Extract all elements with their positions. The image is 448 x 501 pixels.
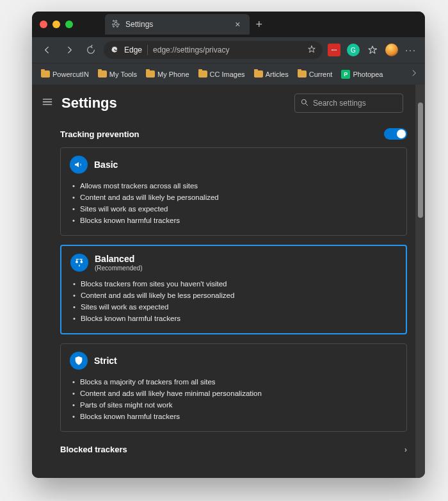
bullet: Sites will work as expected (73, 301, 397, 313)
folder-icon (146, 70, 155, 78)
balance-icon (70, 254, 88, 272)
folder-icon (41, 70, 50, 78)
bookmark-label: PowercutIN (52, 70, 89, 78)
bookmark-folder[interactable]: My Phone (143, 69, 192, 79)
folder-icon (254, 70, 263, 78)
tracking-prevention-toggle[interactable] (384, 128, 407, 140)
browser-tab-settings[interactable]: Settings × (105, 14, 250, 35)
card-subtitle: (Recommended) (95, 265, 142, 272)
bookmarks-overflow-button[interactable] (410, 69, 419, 80)
card-bullets: Blocks a majority of trackers from all s… (70, 376, 397, 422)
address-bar[interactable]: Edge edge://settings/privacy (104, 41, 323, 59)
address-url: edge://settings/privacy (153, 45, 229, 54)
svg-point-1 (301, 99, 306, 104)
scrollbar[interactable] (415, 85, 425, 478)
traffic-lights (40, 21, 73, 28)
bookmark-folder[interactable]: Current (295, 69, 335, 79)
extension-grammarly-icon[interactable]: G (346, 42, 361, 58)
bullhorn-icon (70, 156, 88, 174)
section-header-row: Tracking prevention (60, 122, 407, 147)
menu-icon[interactable] (41, 95, 54, 111)
card-bullets: Blocks trackers from sites you haven't v… (70, 278, 397, 324)
bullet: Blocks known harmful trackers (73, 313, 397, 324)
bookmark-label: CC Images (210, 70, 245, 78)
section-title: Tracking prevention (60, 129, 140, 139)
blocked-trackers-row[interactable]: Blocked trackers › (60, 441, 407, 454)
bullet: Content and ads will likely have minimal… (72, 388, 397, 399)
settings-body: Tracking prevention Basic (32, 122, 415, 478)
bullet: Sites will work as expected (72, 203, 397, 215)
bullet: Blocks trackers from sites you haven't v… (73, 278, 397, 290)
bullet: Allows most trackers across all sites (72, 180, 397, 192)
bookmark-folder[interactable]: CC Images (196, 69, 248, 79)
star-icon[interactable] (307, 45, 316, 56)
search-placeholder: Search settings (313, 99, 366, 108)
refresh-button[interactable] (82, 41, 100, 59)
page-content: Settings Search settings Tracking preven… (32, 85, 425, 478)
folder-icon (98, 70, 107, 78)
card-title: Strict (94, 356, 117, 366)
bookmark-label: My Phone (157, 70, 189, 78)
folder-icon (198, 70, 207, 78)
separator (147, 45, 148, 55)
profile-avatar-icon[interactable] (384, 42, 399, 58)
row-label: Blocked trackers (60, 445, 127, 454)
bookmark-label: My Tools (109, 70, 137, 78)
bookmark-label: Photopea (353, 70, 383, 78)
bookmark-folder[interactable]: Articles (252, 69, 291, 79)
chevron-right-icon: › (404, 445, 407, 454)
bookmark-site[interactable]: PPhotopea (339, 69, 385, 80)
settings-page: Settings Search settings Tracking preven… (32, 85, 415, 478)
address-prefix: Edge (124, 45, 142, 54)
gear-icon (111, 19, 120, 30)
bookmarks-bar: PowercutIN My Tools My Phone CC Images A… (32, 63, 425, 85)
minimize-window-button[interactable] (52, 21, 60, 28)
bullet: Blocks a majority of trackers from all s… (72, 376, 397, 388)
tab-title: Settings (125, 20, 153, 29)
bookmark-folder[interactable]: PowercutIN (38, 69, 92, 79)
tracking-card-balanced[interactable]: Balanced (Recommended) Blocks trackers f… (60, 245, 407, 334)
folder-icon (298, 70, 307, 78)
card-bullets: Allows most trackers across all sites Co… (70, 180, 397, 226)
toolbar: Edge edge://settings/privacy ··· G ··· (32, 37, 425, 63)
bullet: Content and ads will likely be less pers… (73, 290, 397, 301)
new-tab-button[interactable]: + (256, 19, 263, 30)
browser-window: Settings × + Edge edge://settings/privac… (32, 12, 425, 478)
search-settings-input[interactable]: Search settings (294, 94, 403, 113)
extension-lastpass-icon[interactable]: ··· (326, 42, 342, 58)
card-title: Basic (94, 160, 118, 170)
favorites-button[interactable] (365, 42, 380, 58)
bullet: Parts of sites might not work (72, 399, 397, 411)
search-icon (300, 98, 309, 109)
title-bar: Settings × + (32, 12, 425, 37)
bullet: Content and ads will likely be personali… (72, 192, 397, 203)
tracking-card-basic[interactable]: Basic Allows most trackers across all si… (60, 147, 407, 236)
scrollbar-thumb[interactable] (418, 103, 423, 218)
close-tab-icon[interactable]: × (235, 19, 240, 29)
bookmark-label: Articles (266, 70, 289, 78)
bullet: Blocks known harmful trackers (72, 215, 397, 226)
tracking-card-strict[interactable]: Strict Blocks a majority of trackers fro… (60, 343, 407, 432)
edge-logo-icon (110, 45, 119, 56)
forward-button[interactable] (60, 41, 78, 59)
bookmark-label: Current (309, 70, 333, 78)
page-title: Settings (61, 95, 287, 111)
back-button[interactable] (38, 41, 56, 59)
close-window-button[interactable] (40, 21, 47, 28)
bullet: Blocks known harmful trackers (72, 411, 397, 422)
maximize-window-button[interactable] (65, 21, 73, 28)
bookmark-folder[interactable]: My Tools (95, 69, 140, 79)
photopea-icon: P (341, 70, 350, 79)
card-title: Balanced (95, 254, 142, 264)
shield-icon (70, 352, 88, 370)
more-menu-button[interactable]: ··· (403, 42, 419, 58)
page-header: Settings Search settings (32, 85, 415, 122)
